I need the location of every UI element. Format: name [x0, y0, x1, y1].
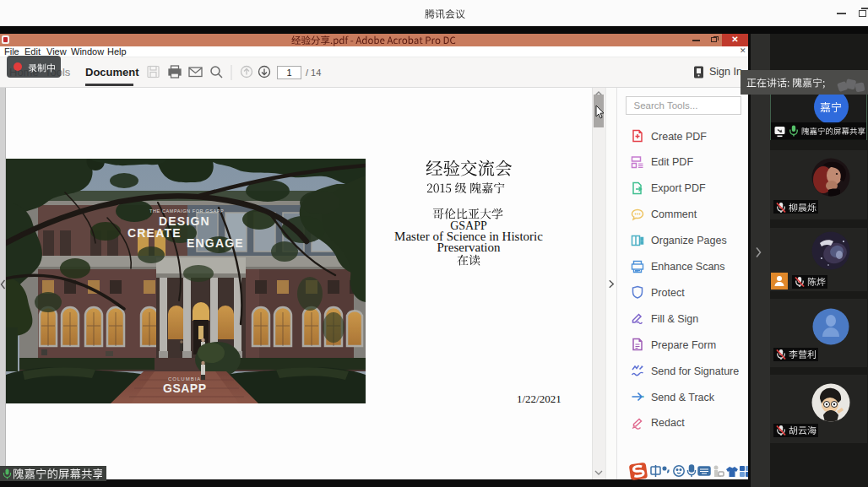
svg-text:CREATE: CREATE: [127, 226, 182, 240]
svg-text:THE CAMPAIGN FOR GSAPP: THE CAMPAIGN FOR GSAPP: [149, 208, 224, 214]
svg-text:GSAPP: GSAPP: [163, 381, 207, 395]
svg-text:ENGAGE: ENGAGE: [187, 236, 244, 250]
